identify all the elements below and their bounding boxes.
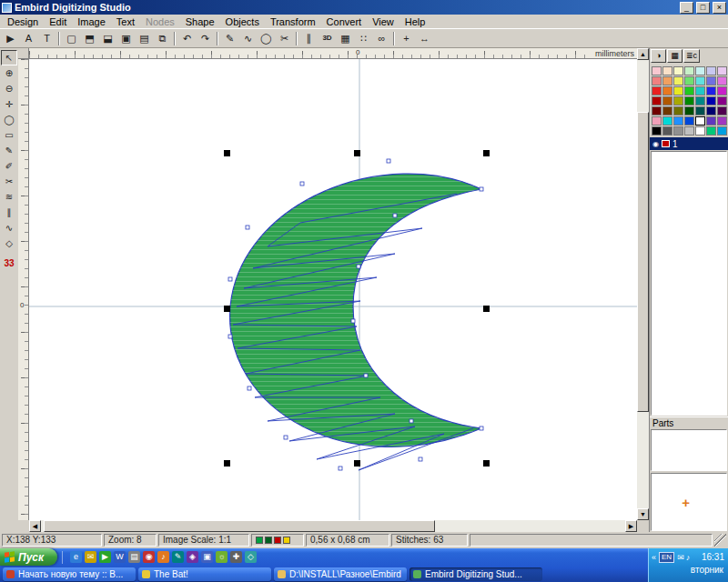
palette-color-42[interactable]: [652, 126, 662, 135]
print-design-button[interactable]: ▤: [136, 30, 153, 46]
palette-color-9[interactable]: [673, 76, 683, 85]
satin-tool[interactable]: ≋: [1, 189, 17, 205]
palette-color-21[interactable]: [652, 96, 662, 105]
volume-tray-icon[interactable]: ♪: [686, 553, 691, 562]
palette-color-0[interactable]: [652, 66, 662, 75]
palette-color-15[interactable]: [662, 86, 672, 95]
player-quicklaunch[interactable]: ♪: [157, 551, 169, 563]
palette-color-24[interactable]: [684, 96, 694, 105]
copy-button[interactable]: ⧉: [154, 30, 171, 46]
new-design-button[interactable]: ▢: [63, 30, 80, 46]
knife-tool[interactable]: ✂: [1, 174, 17, 189]
menu-transform[interactable]: Transform: [265, 15, 321, 28]
palette-color-30[interactable]: [673, 106, 683, 115]
menu-convert[interactable]: Convert: [321, 15, 368, 28]
handle-mid-right[interactable]: [483, 306, 490, 312]
column-tool[interactable]: ∥: [1, 205, 17, 220]
lettering-t-button[interactable]: T: [38, 30, 56, 46]
task-button-0[interactable]: Начать новую тему :: B...: [3, 567, 136, 581]
handle-top-right[interactable]: [483, 150, 490, 156]
vertical-scrollbar[interactable]: ▲ ▼: [637, 48, 649, 520]
palette-color-1[interactable]: [662, 66, 672, 75]
object-list-area[interactable]: [651, 151, 727, 416]
handle-top-left[interactable]: [224, 150, 230, 156]
freehand-tool[interactable]: ✎: [1, 143, 17, 158]
mail-quicklaunch[interactable]: ✉: [85, 551, 96, 563]
preview-glasses-button[interactable]: ∞: [373, 30, 390, 46]
palette-color-3[interactable]: [684, 66, 694, 75]
language-indicator[interactable]: EN: [659, 552, 674, 563]
word-quicklaunch[interactable]: W: [114, 551, 126, 563]
palette-color-18[interactable]: [695, 86, 705, 95]
parts-list-area[interactable]: [651, 429, 727, 471]
thread-catalog-button[interactable]: ≣c: [683, 49, 700, 63]
design-preview-pane[interactable]: +: [651, 473, 727, 531]
palette-color-27[interactable]: [717, 96, 727, 105]
handle-bottom-center[interactable]: [354, 460, 360, 467]
palette-color-43[interactable]: [662, 126, 672, 135]
tools-quicklaunch[interactable]: ✚: [230, 551, 242, 563]
scroll-right-button[interactable]: ▶: [625, 520, 637, 532]
palette-color-2[interactable]: [673, 66, 683, 75]
palette-color-35[interactable]: [652, 116, 662, 125]
palette-color-20[interactable]: [717, 86, 727, 95]
palette-color-48[interactable]: [717, 126, 727, 135]
palette-color-40[interactable]: [706, 116, 716, 125]
palette-color-22[interactable]: [662, 96, 672, 105]
palette-color-25[interactable]: [695, 96, 705, 105]
palette-color-19[interactable]: [706, 86, 716, 95]
grid-button[interactable]: ▦: [337, 30, 354, 46]
palette-color-29[interactable]: [662, 106, 672, 115]
ie-quicklaunch[interactable]: e: [70, 551, 82, 563]
palette-color-4[interactable]: [695, 66, 705, 75]
freehand-draw-button[interactable]: ✎: [221, 30, 238, 46]
palette-color-28[interactable]: [652, 106, 662, 115]
zoom-out-tool[interactable]: ⊖: [1, 81, 17, 96]
minimize-button[interactable]: _: [680, 2, 693, 14]
start-button[interactable]: Пуск: [0, 548, 57, 566]
scroll-down-button[interactable]: ▼: [637, 508, 649, 520]
vertical-scroll-thumb[interactable]: [637, 112, 649, 412]
msn-quicklaunch[interactable]: ◇: [245, 551, 257, 563]
palette-color-41[interactable]: [717, 116, 727, 125]
palette-color-10[interactable]: [684, 76, 694, 85]
node-edit-tool[interactable]: ◇: [1, 236, 17, 251]
density-button[interactable]: ∷: [355, 30, 372, 46]
menu-text[interactable]: Text: [111, 15, 140, 28]
redo-button[interactable]: ↷: [197, 30, 214, 46]
visibility-eye-icon[interactable]: ◉: [652, 140, 659, 148]
view-3d-button[interactable]: 3D: [318, 30, 336, 46]
palette-color-14[interactable]: [652, 86, 662, 95]
handle-bottom-right[interactable]: [483, 460, 490, 467]
palette-color-47[interactable]: [706, 126, 716, 135]
layer-row-1[interactable]: ◉1: [650, 137, 728, 150]
explorer-quicklaunch[interactable]: ▤: [128, 551, 140, 563]
maximize-button[interactable]: □: [696, 2, 710, 14]
menu-view[interactable]: View: [367, 15, 399, 28]
move-design-button[interactable]: ↔: [416, 30, 433, 46]
handle-bottom-left[interactable]: [224, 460, 230, 467]
curve-draw-button[interactable]: ∿: [239, 30, 257, 46]
palette-color-38[interactable]: [684, 116, 694, 125]
menu-objects[interactable]: Objects: [220, 15, 265, 28]
scroll-left-button[interactable]: ◀: [29, 520, 41, 532]
lettering-a-button[interactable]: A: [20, 30, 37, 46]
palette-color-17[interactable]: [684, 86, 694, 95]
palette-color-33[interactable]: [706, 106, 716, 115]
menu-design[interactable]: Design: [2, 15, 44, 28]
undo-button[interactable]: ↶: [178, 30, 196, 46]
graphics-quicklaunch[interactable]: ◈: [187, 551, 198, 563]
zoom-in-tool[interactable]: ⊕: [1, 65, 17, 81]
palette-color-6[interactable]: [717, 66, 727, 75]
palette-color-31[interactable]: [684, 106, 694, 115]
menu-edit[interactable]: Edit: [44, 15, 72, 28]
media-quicklaunch[interactable]: ▶: [99, 551, 111, 563]
palette-color-13[interactable]: [717, 76, 727, 85]
mail-tray-icon[interactable]: ✉: [677, 553, 684, 562]
task-button-3[interactable]: Embird Digitizing Stud...: [410, 567, 542, 581]
bezier-tool[interactable]: ✐: [1, 158, 17, 174]
icq-quicklaunch[interactable]: ☼: [216, 551, 228, 563]
palette-color-8[interactable]: [662, 76, 672, 85]
menu-image[interactable]: Image: [72, 15, 111, 28]
palette-color-36[interactable]: [662, 116, 672, 125]
